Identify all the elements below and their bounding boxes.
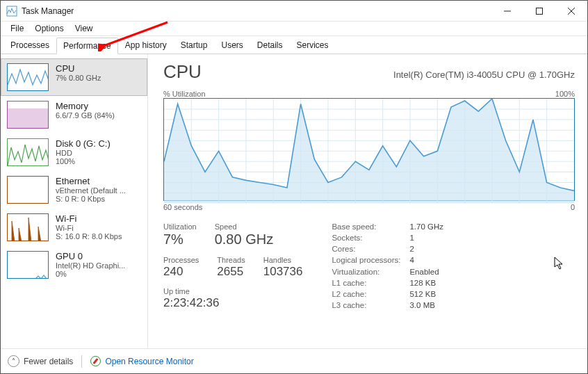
tab-details[interactable]: Details [250, 37, 290, 54]
svg-rect-6 [8, 108, 49, 129]
stat-key: L3 cache: [332, 301, 409, 310]
uptime-value: 2:23:42:36 [163, 296, 302, 310]
chart-label-top-left: % Utilization [163, 90, 206, 98]
sidebar-item-disk[interactable]: Disk 0 (G: C:)HDD100% [1, 133, 147, 171]
fewer-details-label: Fewer details [24, 357, 73, 366]
content: CPU7% 0.80 GHzMemory6.6/7.9 GB (84%)Disk… [1, 54, 587, 348]
speed-label: Speed [215, 222, 273, 231]
chart-label-bottom-left: 60 seconds [163, 203, 202, 211]
tab-processes[interactable]: Processes [3, 37, 56, 54]
eth-thumb-icon [7, 176, 49, 204]
sidebar-item-sub2: 0% [56, 270, 125, 278]
sidebar-item-mem[interactable]: Memory6.6/7.9 GB (84%) [1, 96, 147, 133]
menu-options[interactable]: Options [29, 22, 69, 35]
open-resource-monitor-label: Open Resource Monitor [105, 357, 193, 366]
tab-app-history[interactable]: App history [118, 37, 174, 54]
pane-title: CPU [163, 61, 202, 83]
mem-thumb-icon [7, 101, 49, 129]
chevron-up-icon: ˄ [8, 355, 19, 367]
stat-key: Virtualization: [332, 268, 409, 277]
cpu-thumb-icon [7, 63, 49, 91]
main-pane: CPU Intel(R) Core(TM) i3-4005U CPU @ 1.7… [148, 54, 587, 348]
sidebar-item-sub: Wi-Fi [56, 224, 122, 232]
sidebar-item-sub: vEthernet (Default ... [56, 186, 126, 195]
resource-monitor-icon [90, 356, 101, 366]
svg-rect-2 [537, 8, 543, 14]
processes-label: Processes [163, 256, 199, 264]
stat-val: 1 [409, 234, 443, 243]
disk-thumb-icon [7, 138, 49, 166]
sidebar-item-sub2: 100% [56, 157, 111, 165]
wifi-thumb-icon [7, 213, 49, 241]
stat-key: Cores: [332, 245, 409, 254]
stat-val: 4 [409, 256, 443, 265]
stat-val: 128 KB [409, 279, 443, 288]
tab-startup[interactable]: Startup [174, 37, 215, 54]
stat-val: 2 [409, 245, 443, 254]
task-manager-window: Task Manager File Options View Processes… [0, 0, 588, 374]
footer: ˄ Fewer details Open Resource Monitor [1, 348, 587, 373]
utilization-label: Utilization [163, 222, 197, 231]
menu-file[interactable]: File [5, 22, 29, 35]
stat-val: 1.70 GHz [409, 222, 443, 231]
chart-label-bottom-right: 0 [571, 203, 575, 211]
minimize-button[interactable] [491, 1, 523, 22]
menubar: File Options View [1, 22, 587, 36]
sidebar-item-wifi[interactable]: Wi-FiWi-FiS: 16.0 R: 8.0 Kbps [1, 209, 147, 246]
app-icon [6, 6, 17, 17]
sidebar-item-name: Memory [56, 101, 115, 111]
stat-key: L1 cache: [332, 279, 409, 288]
uptime-label: Up time [163, 287, 302, 295]
stat-key: Sockets: [332, 234, 409, 243]
stat-key: L2 cache: [332, 290, 409, 299]
utilization-chart[interactable] [163, 98, 575, 201]
sidebar-item-name: Ethernet [56, 176, 126, 186]
sidebar-item-cpu[interactable]: CPU7% 0.80 GHz [1, 58, 147, 96]
sidebar-item-sub: HDD [56, 149, 111, 157]
sidebar-item-sub: 6.6/7.9 GB (84%) [56, 111, 115, 120]
sidebar-item-name: Wi-Fi [56, 213, 122, 224]
sidebar-item-gpu[interactable]: GPU 0Intel(R) HD Graphi...0% [1, 246, 147, 284]
stat-val: 512 KB [409, 290, 443, 299]
window-title: Task Manager [22, 6, 74, 16]
fewer-details-button[interactable]: ˄ Fewer details [8, 355, 73, 367]
sidebar-item-name: CPU [56, 63, 101, 74]
sidebar-item-sub: 7% 0.80 GHz [56, 74, 101, 82]
stats: Utilization 7% Speed 0.80 GHz Processes … [163, 222, 575, 310]
processes-value: 240 [163, 265, 199, 279]
tab-users[interactable]: Users [214, 37, 250, 54]
sidebar-item-sub: Intel(R) HD Graphi... [56, 261, 125, 270]
gpu-thumb-icon [7, 251, 49, 279]
chart-label-top-right: 100% [555, 90, 575, 98]
sidebar: CPU7% 0.80 GHzMemory6.6/7.9 GB (84%)Disk… [1, 54, 148, 348]
cpu-model: Intel(R) Core(TM) i3-4005U CPU @ 1.70GHz [393, 70, 575, 80]
threads-label: Threads [217, 256, 245, 264]
close-button[interactable] [555, 1, 587, 22]
handles-label: Handles [263, 256, 303, 264]
open-resource-monitor-link[interactable]: Open Resource Monitor [90, 356, 193, 366]
tabstrip: ProcessesPerformanceApp historyStartupUs… [1, 36, 587, 54]
tab-services[interactable]: Services [290, 37, 336, 54]
menu-view[interactable]: View [70, 22, 99, 35]
stats-right: Base speed:1.70 GHzSockets:1Cores:2Logic… [332, 222, 443, 310]
stat-val: 3.0 MB [409, 301, 443, 310]
sidebar-item-sub2: S: 0 R: 0 Kbps [56, 195, 126, 203]
stats-left: Utilization 7% Speed 0.80 GHz Processes … [163, 222, 302, 310]
stat-key: Logical processors: [332, 256, 409, 265]
sidebar-item-name: Disk 0 (G: C:) [56, 138, 111, 149]
maximize-button[interactable] [523, 1, 555, 22]
handles-value: 103736 [263, 265, 303, 279]
stat-val: Enabled [409, 268, 443, 277]
footer-separator [81, 355, 82, 368]
speed-value: 0.80 GHz [215, 231, 273, 247]
tab-performance[interactable]: Performance [56, 38, 118, 54]
sidebar-item-sub2: S: 16.0 R: 8.0 Kbps [56, 232, 122, 241]
threads-value: 2655 [217, 265, 245, 279]
utilization-value: 7% [163, 231, 197, 247]
sidebar-item-eth[interactable]: EthernetvEthernet (Default ...S: 0 R: 0 … [1, 171, 147, 209]
titlebar: Task Manager [1, 1, 587, 22]
sidebar-item-name: GPU 0 [56, 251, 125, 261]
stat-key: Base speed: [332, 222, 409, 231]
